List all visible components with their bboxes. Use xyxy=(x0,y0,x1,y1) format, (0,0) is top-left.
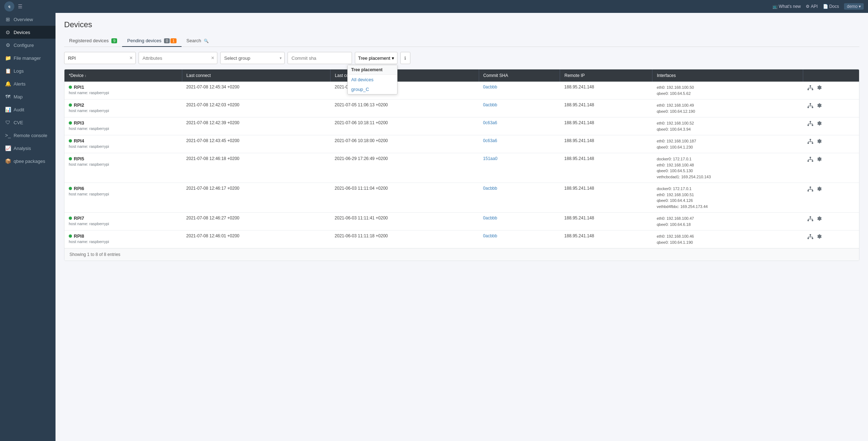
hamburger-icon[interactable]: ☰ xyxy=(18,4,23,9)
sidebar-item-analysis[interactable]: 📈 Analysis xyxy=(0,142,56,155)
commit-sha-link[interactable]: 0acbbb xyxy=(483,84,497,89)
sidebar-item-label: Devices xyxy=(14,30,30,35)
tree-action-icon[interactable] xyxy=(807,139,813,146)
actions-cell xyxy=(803,117,859,135)
tree-placement-menu-header: Tree placement xyxy=(348,65,397,75)
sidebar-item-alerts[interactable]: 🔔 Alerts xyxy=(0,77,56,90)
attributes-clear-button[interactable]: ✕ xyxy=(211,55,214,60)
tab-pending-devices[interactable]: Pending devices 0 1 xyxy=(122,35,181,47)
sidebar-item-remote-console[interactable]: >_ Remote console xyxy=(0,129,56,142)
col-remote-ip: Remote IP xyxy=(560,69,652,82)
tree-action-icon[interactable] xyxy=(807,157,813,164)
tree-placement-button[interactable]: Tree placement ▾ xyxy=(355,52,397,64)
info-button[interactable]: ℹ xyxy=(400,52,410,64)
sidebar-item-label: Overview xyxy=(14,17,33,22)
last-connect-cell: 2021-07-08 12:46:01 +0200 xyxy=(182,231,331,248)
attributes-input[interactable] xyxy=(139,52,217,64)
api-link[interactable]: ⚙ API xyxy=(806,4,818,9)
device-name: RPI2 xyxy=(69,102,178,108)
tree-placement-dropdown: Tree placement ▾ Tree placement All devi… xyxy=(355,52,397,64)
tab-registered-devices[interactable]: Registered devices 9 xyxy=(64,35,122,47)
remote-ip-cell: 188.95.241.148 xyxy=(560,153,652,183)
svg-rect-0 xyxy=(810,85,811,87)
commit-sha-link[interactable]: 0acbbb xyxy=(483,233,497,238)
device-hostname: host name: raspberrypi xyxy=(69,162,178,166)
device-hostname: host name: raspberrypi xyxy=(69,126,178,131)
sidebar-item-qbee-packages[interactable]: 📦 qbee packages xyxy=(0,155,56,168)
tab-pending-label: Pending devices xyxy=(127,38,161,43)
chevron-down-icon: ▾ xyxy=(392,55,394,61)
settings-action-icon[interactable] xyxy=(817,139,822,145)
last-config-update-cell: 2021-06-03 11:11:18 +0200 xyxy=(331,231,479,248)
tree-placement-label: Tree placement xyxy=(358,55,390,61)
commit-sha-link[interactable]: 0acbbb xyxy=(483,186,497,191)
commit-sha-cell: 0acbbb xyxy=(479,82,560,100)
sidebar: ⊞ Overview ⊙ Devices ⚙ Configure 📁 File … xyxy=(0,13,56,441)
sidebar-item-overview[interactable]: ⊞ Overview xyxy=(0,13,56,26)
registered-count-badge: 9 xyxy=(111,38,117,43)
pending-badge: 0 1 xyxy=(164,38,176,43)
status-dot xyxy=(69,139,72,142)
sidebar-item-devices[interactable]: ⊙ Devices xyxy=(0,26,56,39)
group-select[interactable]: Select group group_C xyxy=(220,52,285,64)
settings-action-icon[interactable] xyxy=(817,216,822,223)
commit-sha-link[interactable]: 0c63a6 xyxy=(483,120,497,125)
whats-new-link[interactable]: 📺 What's new xyxy=(772,4,801,9)
settings-action-icon[interactable] xyxy=(817,121,822,127)
device-cell: RPI8 host name: raspberrypi xyxy=(64,231,182,248)
sidebar-item-label: CVE xyxy=(14,120,23,125)
commit-sha-link[interactable]: 151aa0 xyxy=(483,156,497,161)
interfaces-list: eth0: 192.168.100.187qbee0: 100.64.1.230 xyxy=(657,138,799,150)
search-clear-button[interactable]: ✕ xyxy=(129,55,133,60)
commit-sha-link[interactable]: 0acbbb xyxy=(483,215,497,220)
sidebar-item-cve[interactable]: 🛡 CVE xyxy=(0,116,56,129)
commit-sha-link[interactable]: 0acbbb xyxy=(483,102,497,107)
actions-cell xyxy=(803,213,859,231)
sidebar-item-label: Logs xyxy=(14,68,24,74)
table-row: RPI8 host name: raspberrypi 2021-07-08 1… xyxy=(64,231,859,248)
tree-placement-group-c[interactable]: group_C xyxy=(348,84,397,94)
docs-link[interactable]: 📄 Docs xyxy=(823,4,839,9)
settings-action-icon[interactable] xyxy=(817,103,822,110)
chevron-down-icon: ▾ xyxy=(859,4,861,9)
device-search-input[interactable] xyxy=(64,52,136,64)
tab-search[interactable]: Search 🔍 xyxy=(182,35,214,47)
table-body: RPI1 host name: raspberrypi 2021-07-08 1… xyxy=(64,82,859,248)
tree-action-icon[interactable] xyxy=(807,103,813,110)
tree-action-icon[interactable] xyxy=(807,234,813,241)
settings-action-icon[interactable] xyxy=(817,234,822,241)
sidebar-item-audit[interactable]: 📊 Audit xyxy=(0,103,56,116)
device-hostname: host name: raspberrypi xyxy=(69,91,178,95)
sidebar-item-logs[interactable]: 📋 Logs xyxy=(0,64,56,77)
settings-action-icon[interactable] xyxy=(817,157,822,163)
sidebar-item-map[interactable]: 🗺 Map xyxy=(0,90,56,103)
device-name: RPI1 xyxy=(69,84,178,90)
commit-sha-input[interactable] xyxy=(288,52,352,64)
remote-ip-cell: 188.95.241.148 xyxy=(560,135,652,153)
table-header: *Device Last connect Last config update … xyxy=(64,69,859,82)
svg-rect-7 xyxy=(810,103,811,105)
last-connect-cell: 2021-07-08 12:46:17 +0200 xyxy=(182,183,331,213)
whats-new-icon: 📺 xyxy=(772,4,778,9)
sidebar-item-configure[interactable]: ⚙ Configure xyxy=(0,39,56,52)
col-device[interactable]: *Device xyxy=(64,69,182,82)
interfaces-cell: eth0: 192.168.100.187qbee0: 100.64.1.230 xyxy=(652,135,803,153)
action-icons xyxy=(807,215,855,223)
app-logo[interactable]: q xyxy=(4,1,14,11)
tree-action-icon[interactable] xyxy=(807,121,813,128)
remote-ip-cell: 188.95.241.148 xyxy=(560,100,652,117)
tree-placement-all-devices[interactable]: All devices xyxy=(348,75,397,84)
tree-action-icon[interactable] xyxy=(807,186,813,193)
svg-rect-28 xyxy=(810,157,811,158)
sidebar-item-file-manager[interactable]: 📁 File manager xyxy=(0,52,56,64)
commit-sha-link[interactable]: 0c63a6 xyxy=(483,138,497,143)
tree-action-icon[interactable] xyxy=(807,216,813,223)
tree-action-icon[interactable] xyxy=(807,85,813,92)
device-cell: RPI3 host name: raspberrypi xyxy=(64,117,182,135)
settings-action-icon[interactable] xyxy=(817,85,822,92)
action-icons xyxy=(807,156,855,164)
last-connect-cell: 2021-07-08 12:42:39 +0200 xyxy=(182,117,331,135)
status-dot xyxy=(69,121,72,125)
user-menu[interactable]: demo ▾ xyxy=(844,3,864,10)
settings-action-icon[interactable] xyxy=(817,186,822,193)
